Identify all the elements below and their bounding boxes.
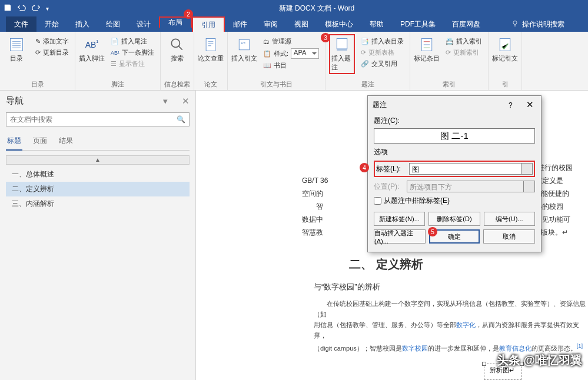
update-index-label: 更新索引 xyxy=(453,48,479,57)
nav-search-input[interactable] xyxy=(6,115,172,124)
group-research-label: 信息检索 xyxy=(164,79,190,89)
new-label-button[interactable]: 新建标签(N)... xyxy=(374,212,425,226)
numbering-button[interactable]: 编号(U)... xyxy=(484,212,535,226)
options-label: 选项 xyxy=(374,147,535,157)
save-icon[interactable] xyxy=(4,4,12,14)
manage-sources-button[interactable]: 🗂管理源 xyxy=(261,36,321,46)
label-combo[interactable]: 图 xyxy=(409,163,533,175)
tab-home[interactable]: 开始 xyxy=(36,16,67,32)
tab-view[interactable]: 视图 xyxy=(286,16,317,32)
tab-file[interactable]: 文件 xyxy=(6,16,36,32)
insert-caption-button[interactable]: 插入题注 xyxy=(329,34,355,74)
annotation-3: 3 xyxy=(321,33,330,42)
position-combo-value: 所选项目下方 xyxy=(410,183,452,191)
group-toa-label: 引 xyxy=(492,79,518,89)
update-index-button: ⟳更新索引 xyxy=(443,48,484,58)
svg-rect-11 xyxy=(500,39,510,51)
annotation-2: 2 xyxy=(184,9,193,19)
show-notes-label: 显示备注 xyxy=(119,59,145,68)
sel-handle-nw[interactable] xyxy=(482,362,486,366)
svg-rect-9 xyxy=(337,49,347,51)
tab-baidu[interactable]: 百度网盘 xyxy=(444,16,489,32)
doc-link-digital-campus[interactable]: 数字校园 xyxy=(402,345,428,352)
auto-caption-button[interactable]: 自动插入题注(A)... xyxy=(374,229,426,244)
sel-handle-n[interactable] xyxy=(501,362,505,366)
nav-tab-pages[interactable]: 页面 xyxy=(32,134,48,150)
paper-check-button[interactable]: 论文查重 xyxy=(198,34,224,63)
doc-ref-1[interactable]: [1] xyxy=(577,343,583,349)
undo-icon[interactable] xyxy=(18,4,26,14)
nav-close-icon[interactable]: ✕ xyxy=(182,96,190,106)
cancel-button[interactable]: 取消 xyxy=(483,229,535,244)
doc-link-edu-info[interactable]: 教育信息化 xyxy=(499,345,531,352)
dialog-help-icon[interactable]: ? xyxy=(509,101,513,109)
tab-references[interactable]: 引用 xyxy=(192,16,225,32)
label-l: 标签(L): xyxy=(376,164,406,174)
group-index-label: 索引 xyxy=(414,79,484,89)
tab-draw[interactable]: 绘图 xyxy=(98,16,128,32)
style-selector[interactable]: 📋样式: APA xyxy=(261,48,321,59)
group-citations-label: 引文与书目 xyxy=(231,79,321,89)
exclude-checkbox[interactable] xyxy=(374,197,381,205)
caption-field[interactable]: 图 二-1 xyxy=(374,128,535,144)
insert-index-button[interactable]: 📇插入索引 xyxy=(443,36,484,46)
nav-collapse-all[interactable]: ▲ xyxy=(6,155,190,165)
insert-endnote-button[interactable]: 📄插入尾注 xyxy=(108,36,157,46)
tell-me[interactable]: 操作说明搜索 xyxy=(511,16,564,32)
nav-item-3[interactable]: 三、内涵解析 xyxy=(6,196,190,211)
doc-frag-6b: 版块。↵ xyxy=(541,228,568,236)
tab-insert[interactable]: 插入 xyxy=(67,16,98,32)
tab-design[interactable]: 设计 xyxy=(128,16,159,32)
crossref-button[interactable]: 🔗交叉引用 xyxy=(358,59,406,69)
quick-access-toolbar: ▾ xyxy=(4,4,49,14)
search-icon[interactable]: 🔍 xyxy=(172,115,189,124)
search-label: 搜索 xyxy=(171,54,184,63)
dialog-close-icon[interactable]: ✕ xyxy=(524,99,536,109)
sel-handle-ne[interactable] xyxy=(520,362,524,366)
endnote-icon: 📄 xyxy=(111,38,119,45)
style-dropdown[interactable]: APA xyxy=(291,48,319,59)
tab-template[interactable]: 模板中心 xyxy=(317,16,361,32)
tab-mailings[interactable]: 邮件 xyxy=(225,16,255,32)
style-icon: 📋 xyxy=(263,50,271,58)
tab-pdf[interactable]: PDF工具集 xyxy=(392,16,444,32)
add-text-button[interactable]: ✎添加文字 xyxy=(33,36,71,46)
group-research: 搜索 信息检索 xyxy=(161,32,194,90)
next-footnote-button[interactable]: AB¹下一条脚注 xyxy=(108,48,157,58)
nav-tab-results[interactable]: 结果 xyxy=(58,134,74,150)
show-notes-icon: ☰ xyxy=(111,60,117,68)
mark-entry-button[interactable]: 标记条目 xyxy=(414,34,440,63)
redo-icon[interactable] xyxy=(32,4,40,14)
doc-body-3b: 的进一步发展和延伸，是 xyxy=(428,345,499,352)
tab-help[interactable]: 帮助 xyxy=(361,16,392,32)
position-row: 位置(P): 所选项目下方 xyxy=(374,181,535,192)
insert-citation-button[interactable]: “” 插入引文 xyxy=(231,34,257,63)
insert-footnote-button[interactable]: AB1 插入脚注 xyxy=(79,34,105,63)
doc-link-digitize[interactable]: 数字化 xyxy=(456,321,476,328)
ribbon-tabs: 文件 开始 插入 绘图 设计 2布局 引用 邮件 审阅 视图 模板中心 帮助 P… xyxy=(0,16,588,32)
exclude-label-row[interactable]: 从题注中排除标签(E) xyxy=(374,196,535,206)
group-smart: 论文查重 论文 xyxy=(194,32,228,90)
bib-icon: 📖 xyxy=(263,62,271,69)
insert-tof-button[interactable]: 📑插入表目录 xyxy=(358,36,406,46)
delete-label-button[interactable]: 删除标签(D) xyxy=(428,212,480,226)
nav-item-2[interactable]: 二、定义辨析 xyxy=(6,182,190,196)
nav-tab-headings[interactable]: 标题 xyxy=(6,134,22,151)
doc-body-3c: 的更高级形态。 xyxy=(531,345,577,352)
manage-icon: 🗂 xyxy=(263,38,270,45)
nav-dropdown-icon[interactable]: ▾ xyxy=(163,96,168,106)
update-toc-button[interactable]: ⟳更新目录 xyxy=(33,48,71,58)
nav-item-1[interactable]: 一、总体概述 xyxy=(6,167,190,182)
lightbulb-icon xyxy=(511,20,519,29)
caption-dialog: 题注 ? ✕ 题注(C): 图 二-1 选项 4 标签(L): 图 位置(P):… xyxy=(367,95,542,252)
bibliography-button[interactable]: 📖书目 xyxy=(261,61,321,71)
annotation-4: 4 xyxy=(360,163,369,172)
toc-button[interactable]: 目录 xyxy=(4,34,29,63)
update-toc-label: 更新目录 xyxy=(43,48,69,57)
search-button[interactable]: 搜索 xyxy=(164,34,190,63)
tab-review[interactable]: 审阅 xyxy=(255,16,286,32)
nav-search[interactable]: 🔍 xyxy=(6,112,190,126)
group-toc-label: 目录 xyxy=(4,79,71,89)
update-tof-label: 更新表格 xyxy=(368,48,394,57)
mark-citation-button[interactable]: 标记引文 xyxy=(492,34,518,63)
